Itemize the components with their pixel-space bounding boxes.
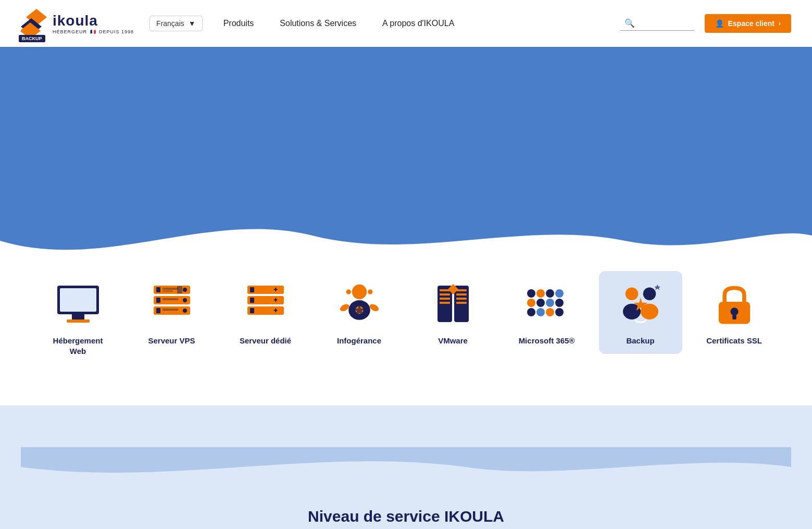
- products-section: HébergementWeb: [0, 255, 812, 405]
- vmware-icon-wrap: [424, 281, 482, 328]
- bottom-wave: [21, 447, 791, 487]
- backup-label: Backup: [626, 336, 654, 346]
- svg-rect-10: [163, 288, 178, 290]
- svg-point-64: [643, 287, 656, 300]
- hebergement-label: HébergementWeb: [53, 336, 103, 356]
- dedie-label: Serveur dédié: [240, 336, 291, 346]
- product-vps[interactable]: Serveur VPS: [130, 271, 214, 354]
- svg-point-55: [536, 299, 545, 307]
- svg-rect-47: [456, 298, 467, 300]
- svg-rect-14: [156, 298, 160, 303]
- svg-point-53: [555, 289, 564, 298]
- svg-point-38: [368, 289, 372, 294]
- svg-rect-29: [250, 308, 254, 313]
- backup-icon-wrap: [612, 281, 669, 328]
- svg-rect-15: [163, 298, 178, 300]
- nav-link-solutions[interactable]: Solutions & Services: [280, 19, 356, 28]
- svg-rect-43: [440, 298, 450, 300]
- svg-marker-67: [654, 284, 660, 290]
- svg-rect-70: [732, 313, 736, 319]
- svg-point-52: [546, 289, 554, 298]
- backup-icon: [615, 283, 667, 327]
- svg-text:✦: ✦: [273, 297, 278, 304]
- arrow-icon: ›: [779, 20, 781, 27]
- svg-point-60: [546, 308, 554, 316]
- svg-rect-21: [177, 286, 182, 293]
- svg-rect-4: [60, 288, 96, 312]
- vps-icon: [146, 283, 198, 327]
- nav-link-apropos[interactable]: A propos d'IKOULA: [382, 19, 454, 28]
- logo[interactable]: ikoula HÉBERGEUR 🇫🇷 DEPUIS 1998 Backup: [21, 8, 134, 39]
- ssl-label: Certificats SSL: [706, 336, 762, 346]
- product-ssl[interactable]: Certificats SSL: [693, 271, 776, 354]
- svg-text:✦: ✦: [273, 286, 278, 293]
- vps-icon-wrap: [143, 281, 201, 328]
- svg-point-54: [527, 299, 535, 307]
- products-grid: HébergementWeb: [31, 255, 781, 374]
- svg-point-56: [546, 299, 554, 307]
- svg-point-37: [346, 289, 351, 294]
- svg-point-16: [183, 298, 187, 302]
- infogerance-label: Infogérance: [337, 336, 381, 346]
- nav-links: Produits Solutions & Services A propos d…: [223, 19, 620, 28]
- logo-icon: [21, 8, 49, 39]
- language-selector[interactable]: Français ▼: [149, 16, 203, 31]
- svg-point-12: [183, 288, 187, 292]
- hero-section: [0, 47, 812, 271]
- vmware-label: VMware: [438, 336, 468, 346]
- search-box: 🔍: [620, 16, 694, 31]
- svg-rect-44: [440, 302, 450, 304]
- nav-link-produits[interactable]: Produits: [223, 19, 254, 28]
- product-microsoft365[interactable]: Microsoft 365®: [505, 271, 589, 354]
- svg-rect-6: [67, 319, 90, 323]
- espace-client-button[interactable]: 👤 Espace client ›: [705, 14, 792, 33]
- svg-rect-23: [250, 287, 254, 292]
- svg-rect-7: [74, 313, 82, 315]
- svg-rect-18: [156, 308, 160, 313]
- microsoft365-icon-wrap: [518, 281, 576, 328]
- svg-rect-42: [440, 293, 450, 296]
- chevron-down-icon: ▼: [189, 19, 196, 28]
- hebergement-icon-wrap: [49, 281, 107, 328]
- infogerance-icon-wrap: [331, 281, 388, 328]
- svg-point-58: [527, 308, 535, 316]
- service-title: Niveau de service IKOULA: [21, 508, 791, 525]
- svg-point-51: [536, 289, 545, 298]
- user-icon: 👤: [715, 19, 724, 28]
- svg-rect-46: [456, 293, 467, 296]
- product-infogerance[interactable]: Infogérance: [318, 271, 401, 354]
- svg-point-20: [183, 309, 187, 313]
- service-section: Niveau de service IKOULA L'infogérance e…: [0, 405, 812, 529]
- dedie-icon-wrap: ✦ ✦ ✦: [237, 281, 294, 328]
- ssl-icon-wrap: [706, 281, 763, 328]
- dedie-icon: ✦ ✦ ✦: [240, 283, 292, 327]
- product-dedie[interactable]: ✦ ✦ ✦ Serveur dédié: [224, 271, 307, 354]
- vps-label: Serveur VPS: [148, 336, 195, 346]
- svg-point-62: [625, 287, 638, 300]
- backup-badge: Backup: [19, 35, 45, 42]
- svg-point-59: [536, 308, 545, 316]
- microsoft365-icon: [521, 283, 573, 327]
- svg-rect-48: [456, 302, 467, 304]
- vmware-icon: [427, 283, 479, 327]
- hebergement-icon: [52, 283, 104, 327]
- infogerance-icon: [333, 283, 385, 327]
- navbar: ikoula HÉBERGEUR 🇫🇷 DEPUIS 1998 Backup F…: [0, 0, 812, 47]
- logo-sub: HÉBERGEUR 🇫🇷 DEPUIS 1998: [53, 29, 134, 34]
- ssl-icon: [708, 283, 760, 327]
- search-input[interactable]: [638, 19, 690, 28]
- product-hebergement[interactable]: HébergementWeb: [36, 271, 120, 364]
- logo-name: ikoula: [53, 13, 134, 29]
- svg-point-50: [527, 289, 535, 298]
- svg-point-61: [555, 308, 564, 316]
- svg-point-57: [555, 299, 564, 307]
- svg-rect-11: [163, 290, 173, 292]
- microsoft365-label: Microsoft 365®: [519, 336, 575, 346]
- product-vmware[interactable]: VMware: [411, 271, 495, 354]
- svg-point-31: [352, 284, 366, 299]
- svg-rect-9: [156, 287, 160, 292]
- nav-right: 🔍 👤 Espace client ›: [620, 14, 792, 33]
- svg-rect-26: [250, 298, 254, 303]
- search-icon[interactable]: 🔍: [624, 18, 635, 28]
- product-backup[interactable]: Backup: [599, 271, 682, 354]
